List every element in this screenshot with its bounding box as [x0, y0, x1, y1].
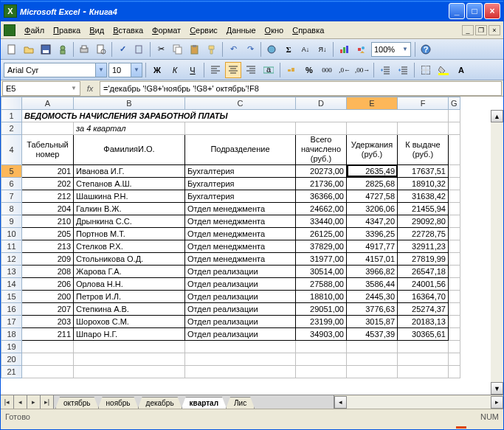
row-header[interactable]: 18	[1, 327, 22, 340]
cell[interactable]: 25274,37	[398, 302, 449, 315]
cell[interactable]: 24001,56	[398, 277, 449, 290]
select-all-corner[interactable]	[1, 97, 22, 110]
cell[interactable]: Орлова Н.Н.	[74, 277, 185, 290]
paste-button[interactable]	[187, 41, 203, 58]
scroll-down-button[interactable]: ▼	[491, 382, 503, 395]
menu-Файл[interactable]: Файл	[20, 24, 49, 36]
cell[interactable]: 21736,00	[296, 177, 347, 190]
cell[interactable]: 213	[22, 240, 74, 252]
sheet-tab-декабрь[interactable]: декабрь	[138, 397, 182, 409]
cell[interactable]: Отдел реализации	[185, 290, 296, 302]
cell[interactable]: 24662,00	[296, 202, 347, 215]
cell[interactable]: 30514,00	[296, 265, 347, 277]
cell[interactable]: Иванова И.Г.	[74, 164, 185, 177]
menu-Вид[interactable]: Вид	[85, 24, 108, 36]
cell[interactable]: 2825,68	[347, 177, 398, 190]
cell[interactable]: 34903,00	[296, 327, 347, 340]
cell[interactable]: 209	[22, 252, 74, 265]
cell[interactable]: Степкина А.В.	[74, 302, 185, 315]
drawing-button[interactable]	[353, 41, 369, 58]
cell[interactable]: Дрынкина С.С.	[74, 215, 185, 227]
fx-button[interactable]: fx	[80, 84, 100, 93]
cell[interactable]: 2445,30	[347, 290, 398, 302]
cell[interactable]: 18810,00	[296, 290, 347, 302]
menu-Сервис[interactable]: Сервис	[185, 24, 222, 36]
cell[interactable]: Портнов М.Т.	[74, 227, 185, 240]
cell[interactable]: 204	[22, 202, 74, 215]
menu-Вставка[interactable]: Вставка	[108, 24, 148, 36]
sheet-tab-ноябрь[interactable]: ноябрь	[98, 397, 139, 409]
tab-next-button[interactable]: ▸	[27, 395, 41, 409]
row-header[interactable]: 14	[1, 277, 22, 290]
percent-button[interactable]: %	[301, 62, 317, 78]
cell[interactable]: Жарова Г.А.	[74, 265, 185, 277]
cell[interactable]: Отдел менеджмента	[185, 215, 296, 227]
menu-Формат[interactable]: Формат	[148, 24, 185, 36]
row-header[interactable]: 8	[1, 202, 22, 215]
open-button[interactable]	[21, 41, 37, 58]
row-header[interactable]: 1	[1, 110, 22, 122]
align-left-button[interactable]	[207, 62, 224, 78]
permission-button[interactable]	[55, 41, 71, 58]
cell[interactable]: 4917,77	[347, 240, 398, 252]
cell[interactable]: 27588,00	[296, 277, 347, 290]
cell[interactable]: Отдел менеджмента	[185, 252, 296, 265]
cell[interactable]: 200	[22, 290, 74, 302]
row-header[interactable]: 9	[1, 215, 22, 227]
cell[interactable]: 32911,23	[398, 240, 449, 252]
row-header[interactable]: 16	[1, 302, 22, 315]
cell[interactable]: 211	[22, 327, 74, 340]
col-header-A[interactable]: A	[22, 97, 74, 110]
cell[interactable]: 16364,70	[398, 290, 449, 302]
table-header[interactable]: Удержания (руб.)	[347, 135, 398, 165]
menu-Окно[interactable]: Окно	[260, 24, 289, 36]
cell[interactable]: Отдел реализации	[185, 265, 296, 277]
align-center-button[interactable]	[225, 62, 241, 78]
cell[interactable]: Бухгалтерия	[185, 164, 296, 177]
cell[interactable]: 27819,99	[398, 252, 449, 265]
cell[interactable]: Галкин В.Ж.	[74, 202, 185, 215]
table-header[interactable]: Табельный номер	[22, 135, 74, 165]
cell[interactable]: 3396,25	[347, 227, 398, 240]
cell[interactable]: 202	[22, 177, 74, 190]
row-header[interactable]: 15	[1, 290, 22, 302]
cell[interactable]: 208	[22, 265, 74, 277]
sheet-tab-октябрь[interactable]: октябрь	[55, 397, 99, 409]
cell[interactable]: 3015,87	[347, 315, 398, 327]
cell[interactable]: Степанов А.Ш.	[74, 177, 185, 190]
cell[interactable]: Отдел реализации	[185, 315, 296, 327]
cell[interactable]: 29051,00	[296, 302, 347, 315]
cell[interactable]: Шорохов С.М.	[74, 315, 185, 327]
col-header-D[interactable]: D	[296, 97, 347, 110]
sort-desc-button[interactable]: Я↓	[314, 41, 331, 58]
cell[interactable]: Отдел реализации	[185, 277, 296, 290]
cell[interactable]: Шпаро Н.Г.	[74, 327, 185, 340]
table-header[interactable]: Всего начислено (руб.)	[296, 135, 347, 165]
cell[interactable]: Петров И.Л.	[74, 290, 185, 302]
sheet-tab-квартал[interactable]: квартал	[182, 397, 227, 409]
research-button[interactable]	[131, 41, 148, 58]
row-header[interactable]: 11	[1, 240, 22, 252]
row-header[interactable]: 17	[1, 315, 22, 327]
horizontal-scrollbar[interactable]: ◂ ▸	[334, 395, 503, 409]
cell[interactable]: 4727,58	[347, 190, 398, 202]
cell[interactable]: 206	[22, 277, 74, 290]
maximize-button[interactable]: □	[466, 3, 483, 19]
hyperlink-button[interactable]	[263, 41, 280, 58]
row-header[interactable]: 12	[1, 252, 22, 265]
cell[interactable]: 31977,00	[296, 252, 347, 265]
help-button[interactable]: ?	[418, 41, 434, 58]
align-right-button[interactable]	[243, 62, 259, 78]
scroll-left-button[interactable]: ◂	[334, 396, 347, 409]
new-button[interactable]	[4, 41, 20, 58]
cell[interactable]: 3206,06	[347, 202, 398, 215]
table-header[interactable]: Подразделение	[185, 135, 296, 165]
cell[interactable]: Отдел реализации	[185, 302, 296, 315]
save-button[interactable]	[38, 41, 54, 58]
cell[interactable]: 201	[22, 164, 74, 177]
cell[interactable]: 30365,61	[398, 327, 449, 340]
chart-button[interactable]	[336, 41, 352, 58]
row-header[interactable]: 10	[1, 227, 22, 240]
cell[interactable]: 36366,00	[296, 190, 347, 202]
fill-color-button[interactable]	[435, 62, 452, 78]
